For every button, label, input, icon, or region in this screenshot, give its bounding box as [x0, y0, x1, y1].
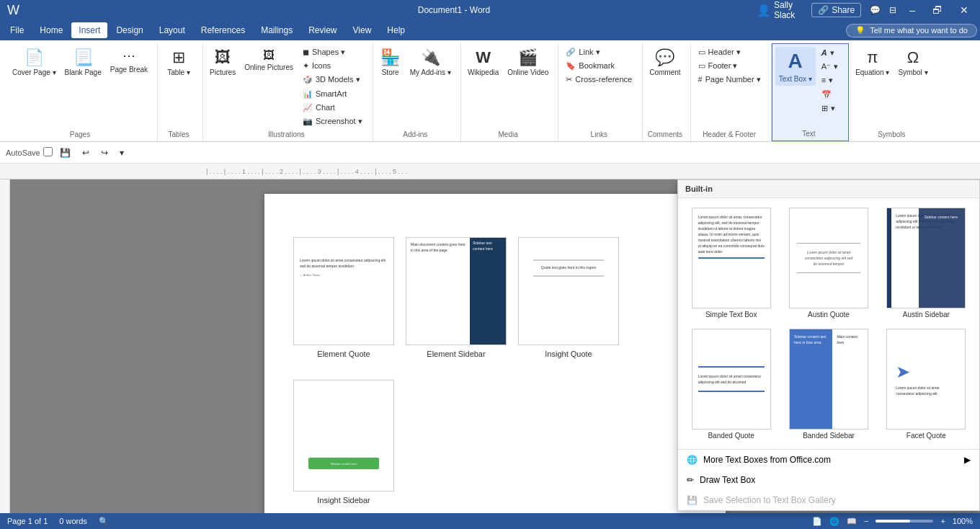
ruler-marks: | . . . . | . . . . 1 . . . . | . . . . …	[199, 168, 407, 175]
pictures-button[interactable]: 🖼 Pictures	[206, 46, 239, 79]
page-break-button[interactable]: ⋯ Page Break	[107, 46, 151, 76]
chart-icon: 📈	[303, 103, 313, 112]
header-button[interactable]: ▭ Header ▾	[694, 46, 765, 58]
equation-button[interactable]: π Equation ▾	[852, 46, 893, 79]
menu-item-file[interactable]: File	[3, 22, 31, 38]
link-button[interactable]: 🔗 Link ▾	[561, 46, 636, 58]
gallery-item-banded-quote[interactable]: Lorem ipsum dolor sit amet consectetur a…	[684, 325, 778, 443]
customize-toolbar-button[interactable]: ▾	[115, 146, 128, 160]
links-group-label: Links	[561, 128, 636, 138]
read-mode-icon[interactable]: 📖	[847, 517, 857, 526]
autosave-label: AutoSave	[6, 148, 40, 157]
equation-icon: π	[867, 48, 878, 67]
ribbon-display-options[interactable]: ⊟	[889, 5, 896, 15]
addins-group-label: Add-ins	[376, 128, 455, 138]
more-text-boxes-action[interactable]: 🌐 More Text Boxes from Office.com ▶	[678, 450, 979, 470]
bookmark-button[interactable]: 🔖 Bookmark	[561, 60, 636, 72]
more-text-boxes-label: More Text Boxes from Office.com	[703, 455, 958, 465]
online-video-button[interactable]: 🎬 Online Video	[504, 46, 552, 79]
comment-button[interactable]: 💬 Comment	[646, 46, 684, 79]
comment-icon: 💬	[655, 48, 674, 67]
insight-quote-thumb[interactable]: Quote text goes here in this region Insi…	[518, 237, 619, 358]
menu-item-mailings[interactable]: Mailings	[254, 22, 300, 38]
blank-page-button[interactable]: 📃 Blank Page	[61, 46, 105, 79]
menu-item-review[interactable]: Review	[301, 22, 344, 38]
menu-item-view[interactable]: View	[346, 22, 379, 38]
gallery-item-facet-quote[interactable]: ➤ Lorem ipsum dolor sit amet consectetur…	[879, 325, 974, 443]
drop-cap-button[interactable]: A⁻ ▾	[817, 61, 842, 73]
wikipedia-icon: W	[476, 48, 491, 67]
menu-item-insert[interactable]: Insert	[71, 22, 107, 38]
gallery-item-austin-quote[interactable]: Lorem ipsum dolor sit amet consectetur a…	[781, 204, 876, 322]
proofing-icon[interactable]: 🔍	[99, 517, 109, 526]
title-bar-left: W	[7, 3, 151, 18]
draw-text-box-action[interactable]: ✏ Draw Text Box	[678, 470, 979, 490]
close-button[interactable]: ✕	[956, 4, 973, 16]
insight-sidebar-thumb[interactable]: Sidebar content here Insight Sidebar	[293, 380, 394, 504]
banded-sidebar-thumb: Sidebar content text here in blue area M…	[789, 329, 868, 430]
screenshot-button[interactable]: 📷 Screenshot ▾	[298, 115, 367, 128]
status-bar: Page 1 of 1 0 words 🔍 📄 🌐 📖 − + 100%	[0, 513, 980, 529]
symbol-button[interactable]: Ω Symbol ▾	[894, 46, 931, 79]
simple-text-box-thumb: Lorem ipsum dolor sit amet, consectetur …	[692, 208, 771, 308]
footer-icon: ▭	[698, 61, 705, 71]
share-button[interactable]: 🔗Share	[811, 3, 861, 17]
zoom-in-button[interactable]: +	[940, 517, 945, 525]
cross-reference-button[interactable]: ✂ Cross-reference	[561, 74, 636, 86]
feedback-button[interactable]: 💬	[870, 5, 881, 15]
tables-group-label: Tables	[161, 128, 197, 138]
layout-print-icon[interactable]: 📄	[812, 517, 822, 526]
menu-item-home[interactable]: Home	[32, 22, 70, 38]
3d-models-button[interactable]: 🎲 3D Models ▾	[298, 74, 367, 86]
comments-group-label: Comments	[646, 128, 684, 138]
smartart-button[interactable]: 📊 SmartArt	[298, 88, 367, 100]
datetime-icon: 📅	[821, 90, 832, 99]
zoom-level[interactable]: 100%	[953, 517, 973, 525]
ribbon-group-tables: ⊞ Table ▾ Tables	[158, 43, 203, 141]
restore-button[interactable]: 🗗	[928, 4, 947, 16]
ribbon-group-text: A Text Box ▾ A ▾ A⁻ ▾ ≡ ▾	[772, 43, 849, 141]
online-pictures-button[interactable]: 🖼 Online Pictures	[241, 46, 297, 74]
shapes-button[interactable]: ◼ Shapes ▾	[298, 46, 367, 58]
save-button[interactable]: 💾	[55, 146, 75, 160]
wordart-button[interactable]: A ▾	[817, 47, 842, 59]
undo-button[interactable]: ↩	[78, 146, 94, 160]
my-addins-button[interactable]: 🔌 My Add-ins ▾	[406, 46, 455, 79]
element-quote-thumb[interactable]: Lorem ipsum dolor sit amet consectetur a…	[293, 237, 394, 358]
menu-item-help[interactable]: Help	[380, 22, 412, 38]
icons-button[interactable]: ✦ Icons	[298, 60, 367, 72]
zoom-slider[interactable]	[876, 520, 933, 523]
zoom-out-button[interactable]: −	[864, 517, 868, 525]
gallery-item-austin-sidebar[interactable]: Lorem ipsum dolor sit amet consectetur a…	[879, 204, 974, 322]
title-bar-right: 👤 Sally Slack 🔗Share 💬 ⊟ – 🗗 ✕	[757, 0, 973, 20]
gallery-item-simple-text-box[interactable]: Lorem ipsum dolor sit amet, consectetur …	[684, 204, 778, 322]
footer-button[interactable]: ▭ Footer ▾	[694, 60, 765, 72]
menu-item-design[interactable]: Design	[109, 22, 150, 38]
cover-page-button[interactable]: 📄 Cover Page ▾	[9, 46, 60, 79]
table-button[interactable]: ⊞ Table ▾	[161, 46, 197, 79]
menu-item-references[interactable]: References	[194, 22, 252, 38]
tell-me-bar[interactable]: 💡 Tell me what you want to do	[846, 24, 977, 37]
store-button[interactable]: 🏪 Store	[376, 46, 405, 79]
element-sidebar-thumb[interactable]: Sidebar text content here Main document …	[406, 237, 507, 358]
redo-button[interactable]: ↪	[97, 146, 112, 160]
object-button[interactable]: ⊞ ▾	[817, 102, 842, 115]
page-number-button[interactable]: # Page Number ▾	[694, 74, 765, 86]
facet-quote-thumb: ➤ Lorem ipsum dolor sit amet consectetur…	[886, 329, 966, 430]
text-box-button[interactable]: A Text Box ▾	[775, 47, 816, 86]
chart-button[interactable]: 📈 Chart	[298, 102, 367, 114]
smartart-icon: 📊	[303, 89, 313, 99]
date-time-button[interactable]: 📅	[817, 89, 842, 101]
layout-web-icon[interactable]: 🌐	[829, 517, 839, 526]
minimize-button[interactable]: –	[905, 4, 919, 16]
autosave-toggle[interactable]	[43, 147, 53, 159]
object-icon: ⊞	[821, 104, 828, 113]
wikipedia-button[interactable]: W Wikipedia	[464, 46, 502, 79]
signature-line-button[interactable]: ≡ ▾	[817, 74, 842, 86]
menu-item-layout[interactable]: Layout	[152, 22, 192, 38]
banded-quote-thumb: Lorem ipsum dolor sit amet consectetur a…	[692, 329, 771, 430]
menu-bar: File Home Insert Design Layout Reference…	[0, 20, 980, 40]
gallery-item-banded-sidebar[interactable]: Sidebar content text here in blue area M…	[781, 325, 876, 443]
blank-page-icon: 📃	[74, 48, 93, 67]
gallery-actions: 🌐 More Text Boxes from Office.com ▶ ✏ Dr…	[678, 449, 979, 510]
